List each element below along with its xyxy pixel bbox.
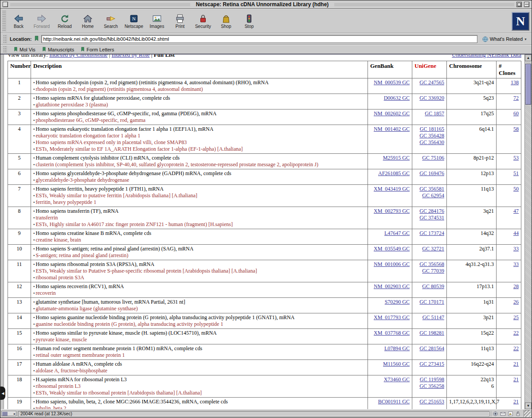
genbank-link[interactable]: L47647 GC: [384, 230, 410, 236]
scroll-down-arrow[interactable]: ▼: [525, 402, 532, 409]
clones-link[interactable]: 51: [513, 170, 519, 176]
whats-related-button[interactable]: What's Related ▼: [479, 35, 530, 43]
clones-link[interactable]: 33: [513, 261, 519, 267]
unigene-link[interactable]: GC 51147: [415, 314, 444, 321]
clones-link[interactable]: 72: [513, 95, 519, 101]
sidebar-toggle-tab[interactable]: ◀: [0, 387, 5, 400]
genbank-link[interactable]: NM_001006 GC: [374, 261, 410, 267]
personal-toolbar-grip[interactable]: [3, 46, 7, 53]
clones-link[interactable]: 25: [513, 314, 519, 320]
genbank-link[interactable]: NM_001402 GC: [374, 126, 410, 132]
unigene-link[interactable]: GC 173724: [415, 230, 444, 237]
genbank-link[interactable]: M25915 GC: [383, 155, 410, 161]
clones-link[interactable]: 22: [513, 345, 519, 352]
window-close-box[interactable]: [3, 2, 8, 7]
understanding-neibank-data-link[interactable]: Understanding NEIBank Data: [452, 55, 521, 59]
print-button[interactable]: Print: [168, 10, 192, 32]
unigene-link[interactable]: GC 32721: [415, 246, 444, 252]
genbank-link[interactable]: AF261085 GC: [378, 170, 410, 176]
unigene-link[interactable]: GC 170171: [415, 299, 444, 305]
images-button[interactable]: Images: [145, 10, 168, 32]
genbank-link[interactable]: D00632 GC: [384, 95, 410, 101]
genbank-link[interactable]: NM_002602 GC: [374, 110, 410, 117]
clones-link[interactable]: 138: [511, 79, 519, 86]
forward-button[interactable]: Forward: [30, 10, 53, 32]
unigene-link[interactable]: GC 169476: [415, 170, 444, 177]
unigene-link[interactable]: GC 77039: [415, 268, 444, 274]
back-button[interactable]: Back: [7, 10, 30, 32]
clones-link[interactable]: 26: [513, 299, 519, 305]
unigene-link[interactable]: GC 284176: [415, 208, 444, 215]
bookmark-item-form-letters[interactable]: Form Letters: [80, 47, 114, 53]
genbank-link[interactable]: XM_035549 GC: [374, 246, 410, 252]
genbank-link[interactable]: S70290 GC: [385, 299, 410, 305]
clones-link[interactable]: 53: [513, 155, 519, 161]
window-resize-grip[interactable]: [524, 410, 531, 417]
netscape-logo-icon[interactable]: N: [512, 12, 529, 31]
navigator-wheel-icon[interactable]: [493, 411, 498, 417]
window-zoom-box[interactable]: [516, 2, 522, 7]
unigene-link[interactable]: GC 356568: [415, 261, 444, 268]
window-titlebar[interactable]: Netscape: Retina cDNA Unnormalized Libra…: [0, 0, 532, 9]
clones-link[interactable]: 50: [513, 186, 519, 192]
unigene-link[interactable]: GC 119598: [415, 376, 444, 383]
scrollbar-thumb[interactable]: [525, 64, 531, 105]
unigene-link[interactable]: GC 374531: [415, 215, 444, 221]
indexed-by-chromosome-link[interactable]: Indexed by Chromosome: [49, 55, 107, 58]
clones-link[interactable]: 58: [513, 126, 519, 132]
unigene-link[interactable]: GC 356581: [415, 186, 444, 192]
clones-link[interactable]: 21: [513, 398, 519, 405]
clones-link[interactable]: 21: [513, 361, 519, 367]
unigene-link[interactable]: GC 281564: [415, 345, 444, 352]
clones-link[interactable]: 44: [513, 230, 519, 236]
security-status-icon[interactable]: [515, 411, 521, 417]
clones-link[interactable]: 33: [513, 246, 519, 252]
genbank-link[interactable]: BC001911 GC: [378, 398, 410, 405]
clones-link[interactable]: 28: [513, 283, 519, 289]
unigene-link[interactable]: GC 62954: [415, 192, 444, 199]
unigene-link[interactable]: GC 356430: [415, 139, 444, 146]
unigene-link[interactable]: GC 1857: [415, 110, 444, 117]
netscape-button[interactable]: NNetscape: [122, 10, 145, 32]
genbank-link[interactable]: XM_043419 GC: [374, 186, 410, 192]
window-collapse-box[interactable]: [524, 2, 529, 7]
clones-link[interactable]: 22: [513, 330, 519, 336]
unigene-link[interactable]: GC 356258: [415, 383, 444, 390]
stop-button[interactable]: Stop: [238, 10, 261, 32]
genbank-link[interactable]: L07894 GC: [384, 345, 410, 352]
indexed-by-role-link[interactable]: Indexed by Role: [112, 55, 150, 58]
unigene-link[interactable]: GC 80539: [415, 283, 444, 290]
composer-icon[interactable]: [508, 411, 513, 417]
reload-button[interactable]: Reload: [53, 10, 76, 32]
clones-link[interactable]: 21: [513, 376, 519, 383]
genbank-link[interactable]: M11560 GC: [383, 361, 410, 367]
genbank-link[interactable]: X73460 GC: [384, 376, 410, 383]
bookmark-item-manuscripts[interactable]: Manuscripts: [42, 47, 74, 53]
bookmark-icon[interactable]: [34, 35, 39, 43]
url-input[interactable]: http://neibank.nei.nih.gov/libs/NbLib004…: [41, 35, 477, 43]
vertical-scrollbar[interactable]: ▲ ▼: [524, 55, 532, 409]
location-bar-grip[interactable]: [3, 35, 7, 43]
search-button[interactable]: Search: [99, 10, 122, 32]
unigene-link[interactable]: GC 336920: [415, 95, 444, 102]
genbank-link[interactable]: NM_002903 GC: [374, 283, 410, 289]
unigene-link[interactable]: GC 273415: [415, 361, 444, 367]
genbank-link[interactable]: NM_000539 GC: [374, 79, 410, 86]
unigene-link[interactable]: GC 251653: [415, 398, 444, 405]
clones-link[interactable]: 47: [513, 208, 519, 214]
genbank-link[interactable]: XM_017793 GC: [374, 314, 410, 320]
genbank-link[interactable]: XM_037768 GC: [374, 330, 410, 336]
genbank-link[interactable]: XM_002793 GC: [374, 208, 410, 214]
toolbar-grip[interactable]: [2, 10, 6, 32]
scroll-up-arrow[interactable]: ▲: [525, 55, 532, 61]
unigene-link[interactable]: GC 247565: [415, 79, 444, 86]
scrollbar-track[interactable]: [525, 61, 532, 402]
unigene-link[interactable]: GC 198281: [415, 330, 444, 336]
unigene-link[interactable]: GC 356428: [415, 133, 444, 139]
shop-button[interactable]: Shop: [215, 10, 238, 32]
home-button[interactable]: Home: [76, 10, 99, 32]
unigene-link[interactable]: GC 75106: [415, 155, 444, 161]
security-button[interactable]: Security: [192, 10, 215, 32]
bookmark-item-mol-vis[interactable]: Mol Vis: [13, 47, 35, 53]
mail-icon[interactable]: [500, 411, 506, 417]
